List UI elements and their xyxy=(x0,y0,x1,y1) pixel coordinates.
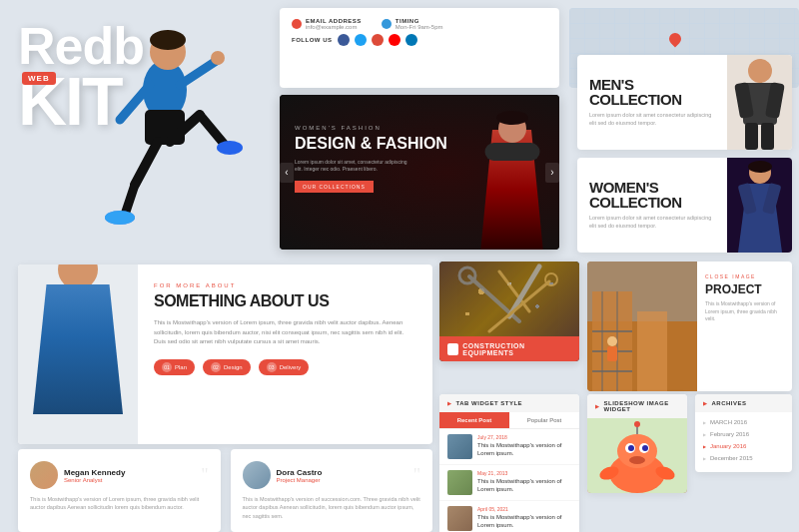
archive-item-2[interactable]: February 2016 xyxy=(695,428,792,440)
svg-point-51 xyxy=(629,456,645,464)
about-content: FOR MORE ABOUT SOMETHING ABOUT US This i… xyxy=(138,265,432,444)
slider-prev[interactable]: ‹ xyxy=(280,163,294,183)
fashion-main-title: DESIGN & FASHION xyxy=(295,135,447,153)
social-gp[interactable] xyxy=(372,34,384,46)
team-desc-1: This is Mostwithapp's version of Lorem i… xyxy=(30,495,209,512)
svg-point-40 xyxy=(607,336,617,346)
svg-line-7 xyxy=(135,142,158,185)
timing-item: TIMING Mon-Fri 9am-5pm xyxy=(382,18,443,30)
svg-point-47 xyxy=(628,445,634,451)
fashion-model xyxy=(449,95,559,250)
post-date-2: May 21, 2013 xyxy=(477,470,571,476)
social-tw[interactable] xyxy=(355,34,367,46)
avatar-2 xyxy=(243,461,271,489)
runner-figure xyxy=(70,0,255,225)
avatar-bg-1 xyxy=(30,461,58,489)
tab-widget: TAB WIDGET STYLE Recent Post Popular Pos… xyxy=(439,394,579,532)
social-fb[interactable] xyxy=(338,34,350,46)
project-image xyxy=(587,262,697,391)
timing-value: Mon-Fri 9am-5pm xyxy=(396,24,443,30)
archives-header: ARCHIVES xyxy=(695,394,792,412)
tab-widget-header: TAB WIDGET STYLE xyxy=(439,394,579,412)
construction-icon xyxy=(447,343,458,355)
svg-point-26 xyxy=(459,267,475,283)
worker-figure xyxy=(33,284,123,444)
tab-post-2: May 21, 2013 This is Mostwithapp's versi… xyxy=(439,465,579,501)
social-row: FOLLOW US xyxy=(292,34,547,46)
slideshow-widget: SLIDESHOW IMAGE WIDGET xyxy=(587,394,687,493)
mens-text: MEN'S COLLECTION Lorem ipsum dolor sit a… xyxy=(577,55,727,150)
fashion-description: Lorem ipsum dolor sit amet, consectetur … xyxy=(295,159,414,173)
fashion-slider: WOMEN'S FASHION DESIGN & FASHION Lorem i… xyxy=(280,95,559,250)
team-role-1: Senior Analyst xyxy=(64,477,125,483)
svg-rect-34 xyxy=(637,311,667,391)
email-item: EMAIL ADDRESS info@example.com xyxy=(292,18,362,30)
features-row: 01 Plan 02 Design 03 Delivery xyxy=(154,359,416,375)
archives-widget: ARCHIVES MARCH 2016 February 2016 Januar… xyxy=(695,394,792,472)
tab-post-3: April 05, 2021 This is Mostwithapp's ver… xyxy=(439,501,579,532)
svg-point-14 xyxy=(748,59,772,83)
fashion-subtitle: WOMEN'S FASHION xyxy=(295,125,447,131)
slider-next[interactable]: › xyxy=(545,163,559,183)
toy-svg xyxy=(587,418,687,493)
delivery-number: 03 xyxy=(267,362,277,372)
tab-recent[interactable]: Recent Post xyxy=(439,412,509,428)
svg-point-50 xyxy=(634,421,640,427)
quote-icon-1: " xyxy=(201,465,208,486)
about-description: This is Mostwithapp's version of Lorem i… xyxy=(154,318,416,347)
post-info-1: July 27, 2018 This is Mostwithapp's vers… xyxy=(477,434,571,458)
womens-title: WOMEN'S COLLECTION xyxy=(589,180,715,210)
quote-icon-2: " xyxy=(413,465,420,486)
svg-line-29 xyxy=(489,281,549,331)
contact-card: EMAIL ADDRESS info@example.com TIMING Mo… xyxy=(280,8,559,88)
team-section: Megan Kennedy Senior Analyst " This is M… xyxy=(18,449,432,532)
tab-post-1: July 27, 2018 This is Mostwithapp's vers… xyxy=(439,429,579,465)
archive-item-4[interactable]: December 2015 xyxy=(695,452,792,464)
team-card-1: Megan Kennedy Senior Analyst " This is M… xyxy=(18,449,221,532)
mens-collection: MEN'S COLLECTION Lorem ipsum dolor sit a… xyxy=(577,55,792,150)
about-eyebrow: FOR MORE ABOUT xyxy=(154,282,416,288)
post-thumb-2 xyxy=(447,470,472,495)
tab-buttons: Recent Post Popular Post xyxy=(439,412,579,429)
fashion-text: WOMEN'S FASHION DESIGN & FASHION Lorem i… xyxy=(295,125,447,193)
womens-description: Lorem ipsum dolor sit amet consectetur a… xyxy=(589,215,715,230)
svg-rect-19 xyxy=(761,123,774,150)
archive-item-3[interactable]: January 2016 xyxy=(695,440,792,452)
team-info-2: Dora Castro Project Manager xyxy=(277,468,323,483)
post-title-3: This is Mostwithapp's version of Lorem i… xyxy=(477,514,571,530)
post-info-3: April 05, 2021 This is Mostwithapp's ver… xyxy=(477,506,571,530)
post-thumb-3 xyxy=(447,506,472,531)
project-card: CLOSE IMAGE PROJECT This is Mostwithapp'… xyxy=(587,262,792,391)
social-li[interactable] xyxy=(405,34,417,46)
about-worker-image xyxy=(18,265,138,444)
post-info-2: May 21, 2013 This is Mostwithapp's versi… xyxy=(477,470,571,494)
project-text: CLOSE IMAGE PROJECT This is Mostwithapp'… xyxy=(697,262,792,391)
collections-button[interactable]: OUR COLLECTIONS xyxy=(295,181,374,193)
svg-point-21 xyxy=(748,161,772,173)
feature-design: 02 Design xyxy=(203,359,251,375)
post-title-2: This is Mostwithapp's version of Lorem i… xyxy=(477,478,571,494)
team-header-2: Dora Castro Project Manager " xyxy=(243,461,421,489)
svg-rect-41 xyxy=(607,346,617,361)
building-svg xyxy=(587,262,697,391)
svg-point-5 xyxy=(211,51,225,65)
team-info-1: Megan Kennedy Senior Analyst xyxy=(64,468,125,483)
feature-plan: 01 Plan xyxy=(154,359,195,375)
slideshow-header: SLIDESHOW IMAGE WIDGET xyxy=(587,394,687,418)
tab-popular[interactable]: Popular Post xyxy=(509,412,579,428)
womens-collection: WOMEN'S COLLECTION Lorem ipsum dolor sit… xyxy=(577,158,792,253)
mens-model-svg xyxy=(727,55,792,150)
svg-rect-18 xyxy=(745,123,758,150)
svg-line-4 xyxy=(180,60,218,85)
post-title-1: This is Mostwithapp's version of Lorem i… xyxy=(477,442,571,458)
svg-line-11 xyxy=(200,115,225,145)
mens-description: Lorem ipsum dolor sit amet consectetur a… xyxy=(589,112,715,127)
design-number: 02 xyxy=(211,362,221,372)
worker-arm xyxy=(113,292,138,332)
construction-label-bar: CONSTRUCTION EQUIPMENTS xyxy=(439,336,579,361)
project-eyebrow: CLOSE IMAGE xyxy=(705,273,784,279)
social-yt[interactable] xyxy=(389,34,400,46)
team-header-1: Megan Kennedy Senior Analyst " xyxy=(30,461,209,489)
archive-item-1[interactable]: MARCH 2016 xyxy=(695,416,792,428)
team-name-2: Dora Castro xyxy=(277,468,323,477)
